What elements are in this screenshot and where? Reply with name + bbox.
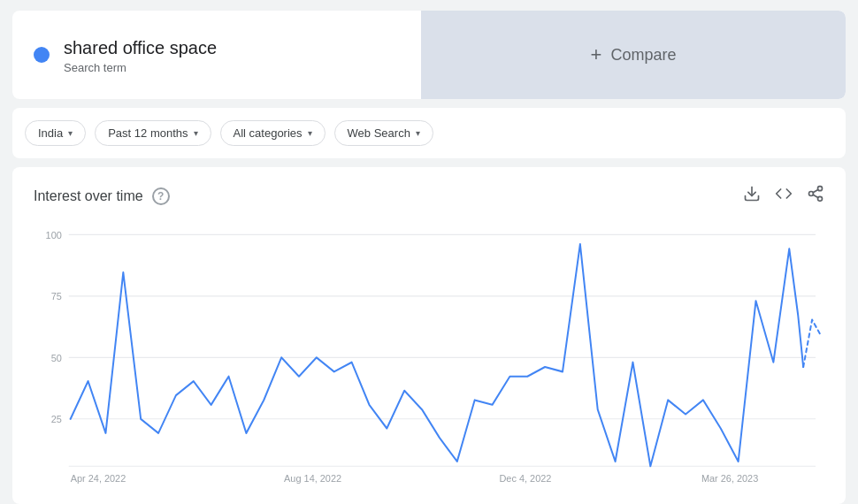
category-chevron-icon: ▾ — [308, 128, 312, 138]
svg-line-4 — [813, 195, 818, 197]
trend-line-dashed — [803, 320, 820, 367]
help-icon[interactable]: ? — [152, 187, 170, 205]
search-term-dot — [34, 47, 50, 63]
trend-chart: 100 75 50 25 Apr 24, 2022 Aug 14, 2022 D… — [34, 216, 824, 490]
share-icon[interactable] — [807, 185, 824, 207]
category-filter[interactable]: All categories ▾ — [220, 120, 326, 146]
x-label-apr: Apr 24, 2022 — [71, 473, 126, 484]
compare-plus-icon: + — [591, 43, 602, 66]
period-filter-label: Past 12 months — [108, 126, 188, 140]
search-term-text: shared office space Search term — [64, 36, 217, 74]
x-label-aug: Aug 14, 2022 — [284, 473, 341, 484]
search-term-label: Search term — [64, 61, 217, 74]
x-label-dec: Dec 4, 2022 — [499, 473, 551, 484]
region-filter-label: India — [38, 126, 63, 140]
chart-title: Interest over time — [34, 188, 143, 204]
compare-label: Compare — [610, 46, 676, 65]
category-filter-label: All categories — [234, 126, 303, 140]
y-label-100: 100 — [46, 229, 62, 240]
trend-line-solid — [71, 244, 803, 466]
region-chevron-icon: ▾ — [68, 128, 73, 138]
search-term-title: shared office space — [64, 36, 217, 59]
chart-section: Interest over time ? — [12, 167, 846, 504]
y-label-75: 75 — [51, 291, 62, 302]
code-icon[interactable] — [775, 185, 793, 207]
filters-row: India ▾ Past 12 months ▾ All categories … — [12, 108, 846, 158]
search-type-filter[interactable]: Web Search ▾ — [334, 120, 433, 146]
period-filter[interactable]: Past 12 months ▾ — [95, 120, 211, 146]
compare-box[interactable]: + Compare — [421, 11, 846, 99]
period-chevron-icon: ▾ — [194, 128, 198, 138]
chart-actions — [743, 185, 824, 207]
y-label-50: 50 — [51, 352, 62, 363]
svg-line-5 — [813, 189, 818, 192]
chart-title-group: Interest over time ? — [34, 187, 170, 205]
search-type-filter-label: Web Search — [348, 126, 410, 140]
search-type-chevron-icon: ▾ — [416, 128, 420, 138]
region-filter[interactable]: India ▾ — [25, 120, 86, 146]
chart-header: Interest over time ? — [34, 185, 824, 207]
download-icon[interactable] — [743, 185, 761, 207]
x-label-mar: Mar 26, 2023 — [701, 473, 758, 484]
chart-container: 100 75 50 25 Apr 24, 2022 Aug 14, 2022 D… — [34, 216, 824, 490]
search-term-box: shared office space Search term — [12, 11, 421, 99]
y-label-25: 25 — [51, 414, 62, 424]
